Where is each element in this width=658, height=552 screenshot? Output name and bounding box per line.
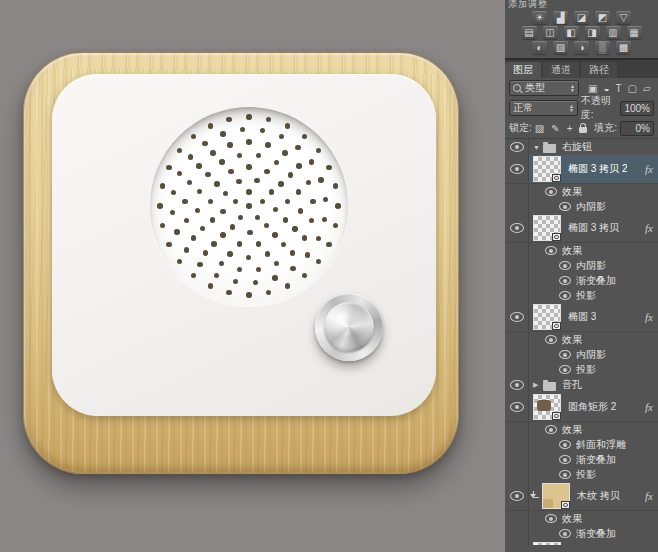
document-canvas[interactable] — [0, 0, 505, 552]
invert-icon[interactable]: ◐ — [532, 41, 547, 54]
effect-visibility-eye-icon[interactable] — [545, 335, 557, 344]
effect-inner-shadow[interactable]: 内阴影 — [505, 347, 658, 362]
effects-header[interactable]: 效果 — [505, 332, 658, 347]
filter-adjustment-layers-icon[interactable]: ◒ — [603, 83, 609, 94]
effect-gradient-overlay[interactable]: 渐变叠加 — [505, 452, 658, 467]
layer-thumbnail[interactable] — [542, 483, 570, 509]
effect-visibility-eye-icon[interactable] — [559, 440, 571, 449]
effects-header[interactable]: 效果 — [505, 184, 658, 199]
layer-thumbnail[interactable] — [533, 304, 561, 330]
effect-visibility-eye-icon[interactable] — [559, 350, 571, 359]
group-sound-holes[interactable]: ▶音孔 — [505, 377, 658, 393]
visibility-eye-icon[interactable] — [510, 223, 524, 233]
filter-pixel-layers-icon[interactable]: ▣ — [588, 83, 597, 94]
lock-transparency-icon[interactable]: ▨ — [535, 123, 544, 134]
layer-thumbnail[interactable] — [533, 156, 561, 182]
tab-layers[interactable]: 图层 — [505, 62, 541, 78]
visibility-gutter — [505, 243, 529, 258]
effects-header[interactable]: 效果 — [505, 422, 658, 437]
black-white-icon[interactable]: ◧ — [564, 26, 579, 39]
layer-ellipse-3-copy-2-content: 椭圆 3 拷贝 2fx — [529, 155, 658, 183]
effect-drop-shadow[interactable]: 投影 — [505, 467, 658, 482]
layer-thumbnail[interactable] — [533, 215, 561, 241]
fill-value[interactable]: 0% — [620, 121, 654, 136]
levels-icon[interactable]: ▟ — [553, 11, 568, 24]
effect-visibility-eye-icon[interactable] — [559, 261, 571, 270]
effect-visibility-eye-icon[interactable] — [559, 455, 571, 464]
speaker-hole — [281, 242, 286, 247]
visibility-eye-icon[interactable] — [510, 164, 524, 174]
threshold-icon[interactable]: ◑ — [574, 41, 589, 54]
effect-gradient-overlay[interactable]: 渐变叠加 — [505, 273, 658, 288]
effect-visibility-eye-icon[interactable] — [559, 365, 571, 374]
triangle-right-icon[interactable]: ▶ — [533, 381, 543, 389]
fx-badge[interactable]: fx — [641, 311, 653, 323]
speaker-hole — [223, 191, 228, 196]
filter-smart-objects-icon[interactable]: ▱ — [643, 83, 651, 94]
tab-paths[interactable]: 路径 — [581, 62, 617, 78]
effect-bevel-emboss[interactable]: 斜面和浮雕 — [505, 437, 658, 452]
speaker-hole — [238, 215, 243, 220]
fx-badge[interactable]: fx — [641, 490, 653, 502]
color-lookup-icon[interactable]: ▦ — [627, 26, 642, 39]
color-balance-icon[interactable]: ◫ — [543, 26, 558, 39]
effect-gradient-overlay[interactable]: 渐变叠加 — [505, 526, 658, 541]
visibility-eye-icon[interactable] — [510, 402, 524, 412]
group-right-knob[interactable]: ▼右旋钮 — [505, 139, 658, 155]
effect-drop-shadow[interactable]: 投影 — [505, 362, 658, 377]
blend-mode-dropdown[interactable]: 正常 ▲▼ — [509, 100, 578, 116]
opacity-value[interactable]: 100% — [620, 101, 654, 116]
filter-kind-dropdown[interactable]: 类型 ▲▼ — [509, 80, 579, 96]
speaker-hole — [285, 283, 290, 288]
effect-drop-shadow[interactable]: 投影 — [505, 288, 658, 303]
visibility-eye-icon[interactable] — [510, 312, 524, 322]
effects-header[interactable]: 效果 — [505, 243, 658, 258]
triangle-down-icon[interactable]: ▼ — [533, 144, 543, 151]
visibility-eye-icon[interactable] — [510, 142, 524, 152]
effect-visibility-eye-icon[interactable] — [559, 529, 571, 538]
layer-rounded-rect-2[interactable]: 圆角矩形 2fx — [505, 393, 658, 422]
lock-paint-icon[interactable]: ✎ — [551, 123, 559, 134]
selective-color-icon[interactable]: ▩ — [616, 41, 631, 54]
layer-rounded-rect-2-copy[interactable]: 圆角矩形 2 拷贝fx — [505, 541, 658, 545]
vibrance-icon[interactable]: ▽ — [616, 11, 631, 24]
visibility-eye-icon[interactable] — [510, 491, 524, 501]
exposure-icon[interactable]: ◩ — [595, 11, 610, 24]
effect-visibility-eye-icon[interactable] — [559, 202, 571, 211]
channel-mixer-icon[interactable]: ▥ — [606, 26, 621, 39]
filter-type-layers-icon[interactable]: T — [616, 83, 622, 94]
posterize-icon[interactable]: ▨ — [553, 41, 568, 54]
effects-header[interactable]: 效果 — [505, 511, 658, 526]
filter-shape-layers-icon[interactable]: ▢ — [628, 83, 637, 94]
effect-inner-shadow[interactable]: 内阴影 — [505, 199, 658, 214]
lock-all-icon[interactable] — [579, 127, 587, 133]
layers-list: ▼右旋钮椭圆 3 拷贝 2fx效果内阴影椭圆 3 拷贝fx效果内阴影渐变叠加投影… — [505, 138, 658, 545]
gradient-map-icon[interactable]: ▒ — [595, 41, 610, 54]
effect-visibility-eye-icon[interactable] — [559, 470, 571, 479]
fx-badge[interactable]: fx — [641, 222, 653, 234]
effect-visibility-eye-icon[interactable] — [545, 246, 557, 255]
fx-badge[interactable]: fx — [641, 163, 653, 175]
layer-thumbnail[interactable] — [533, 394, 561, 420]
effect-visibility-eye-icon[interactable] — [559, 276, 571, 285]
hue-saturation-icon[interactable]: ▤ — [522, 26, 537, 39]
brightness-contrast-icon[interactable]: ☀ — [532, 11, 547, 24]
layer-thumbnail[interactable] — [533, 542, 561, 545]
layer-ellipse-3-copy-2[interactable]: 椭圆 3 拷贝 2fx — [505, 155, 658, 184]
tab-channels[interactable]: 通道 — [543, 62, 579, 78]
layer-ellipse-3[interactable]: 椭圆 3fx — [505, 303, 658, 332]
fx-badge[interactable]: fx — [641, 401, 653, 413]
photo-filter-icon[interactable]: ◨ — [585, 26, 600, 39]
layer-ellipse-3-copy[interactable]: 椭圆 3 拷贝fx — [505, 214, 658, 243]
effect-visibility-eye-icon[interactable] — [545, 514, 557, 523]
speaker-hole — [306, 180, 311, 185]
effects-header-content: 效果 — [529, 511, 658, 526]
effect-visibility-eye-icon[interactable] — [559, 291, 571, 300]
curves-icon[interactable]: ◪ — [574, 11, 589, 24]
lock-position-icon[interactable]: + — [567, 123, 573, 134]
layer-wood-copy[interactable]: 木纹 拷贝fx — [505, 482, 658, 511]
visibility-eye-icon[interactable] — [510, 380, 524, 390]
effect-visibility-eye-icon[interactable] — [545, 187, 557, 196]
effect-visibility-eye-icon[interactable] — [545, 425, 557, 434]
effect-inner-shadow[interactable]: 内阴影 — [505, 258, 658, 273]
